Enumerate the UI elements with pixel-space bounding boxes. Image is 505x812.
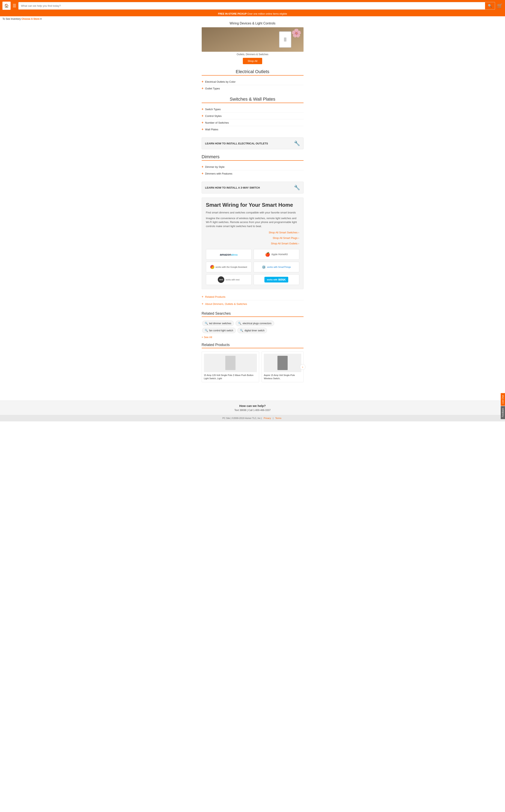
- main-content: Wiring Devices & Light Controls 🌸 Outlet…: [198, 22, 308, 395]
- wink-logo[interactable]: works with WINK: [254, 274, 299, 285]
- product-name: 15 Amp 120-Volt Single Pole Z-Wave Push …: [204, 374, 257, 380]
- products-row: 15 Amp 120-Volt Single Pole Z-Wave Push …: [202, 352, 304, 382]
- bottom-links: + Related Products + About Dimmers, Outl…: [202, 293, 304, 307]
- search-tag-fan[interactable]: 🔍 fan control light switch: [202, 328, 236, 333]
- list-item[interactable]: + Dimmer by Style: [202, 164, 304, 170]
- list-item[interactable]: + Wall Plates: [202, 126, 304, 133]
- shop-all-button[interactable]: Shop All: [243, 58, 263, 64]
- search-tag-timer[interactable]: 🔍 digital timer switch: [237, 328, 267, 333]
- install-switch-text: LEARN HOW TO INSTALL A 3-WAY SWITCH: [205, 186, 292, 189]
- shop-smart-plugs-link[interactable]: Shop All Smart Plugs ›: [206, 235, 299, 241]
- product-card[interactable]: Aspire 15 Amp Volt Single-Pole Wireless …: [262, 352, 303, 382]
- flower-decor: 🌸: [291, 28, 302, 38]
- search-button[interactable]: 🔍: [485, 2, 495, 9]
- about-dimmers-link[interactable]: + About Dimmers, Outlets & Switches: [202, 300, 304, 307]
- switch-img: [279, 31, 291, 48]
- search-input[interactable]: [19, 2, 485, 9]
- search-icon: 🔍: [238, 322, 241, 325]
- plus-icon: +: [202, 86, 203, 90]
- list-item[interactable]: + Dimmers with Features: [202, 170, 304, 177]
- list-item[interactable]: + Number of Switches: [202, 119, 304, 126]
- wrench-icon: 🔧: [294, 185, 300, 190]
- plus-icon: +: [202, 128, 203, 131]
- smart-wiring-title: Smart Wiring for Your Smart Home: [206, 202, 299, 208]
- plus-icon: +: [202, 172, 203, 175]
- menu-icon[interactable]: ☰: [13, 3, 16, 8]
- category-image: 🌸: [202, 27, 304, 52]
- list-item[interactable]: + Electrical Outlets by Color: [202, 78, 304, 85]
- choose-store-link[interactable]: Choose A Store: [21, 17, 39, 20]
- search-icon: 🔍: [240, 329, 243, 332]
- search-tag-led[interactable]: 🔍 led dimmer switches: [202, 321, 234, 326]
- install-outlets-text: LEARN HOW TO INSTALL ELECTRICAL OUTLETS: [205, 142, 292, 145]
- home-depot-logo[interactable]: 🏠: [2, 2, 11, 10]
- related-products-link[interactable]: + Related Products: [202, 293, 304, 300]
- privacy-link[interactable]: Privacy: [264, 417, 271, 419]
- related-products-title: Related Products: [202, 343, 304, 348]
- nest-logo[interactable]: nest works with nest: [206, 274, 251, 285]
- image-caption: Outlets, Dimmers & Switches: [202, 53, 304, 56]
- plus-icon: +: [202, 165, 203, 169]
- products-carousel: 15 Amp 120-Volt Single Pole Z-Wave Push …: [202, 352, 304, 382]
- electrical-outlets-section: Electrical Outlets + Electrical Outlets …: [202, 69, 304, 91]
- apple-homekit-logo[interactable]: 🍎 Apple HomeKit: [254, 249, 299, 260]
- product-card[interactable]: 15 Amp 120-Volt Single Pole Z-Wave Push …: [202, 352, 259, 382]
- related-searches-title: Related Searches: [202, 312, 304, 317]
- plus-icon: +: [202, 80, 203, 83]
- dimmers-list: + Dimmer by Style + Dimmers with Feature…: [202, 164, 304, 177]
- dimmers-section: Dimmers + Dimmer by Style + Dimmers with…: [202, 154, 304, 177]
- feedback-button[interactable]: Feedback: [501, 406, 505, 419]
- electrical-outlets-title: Electrical Outlets: [202, 69, 304, 75]
- plus-icon: +: [202, 302, 203, 306]
- shop-smart-outlets-link[interactable]: Shop All Smart Outlets ›: [206, 241, 299, 246]
- related-products-section: Related Products 15 Amp 120-Volt Single …: [202, 343, 304, 382]
- plus-icon: +: [202, 295, 203, 298]
- smartthings-logo[interactable]: ⚙️ works with SmartThings: [254, 262, 299, 272]
- brand-grid: amazonalexa 🍎 Apple HomeKit works with t…: [206, 249, 299, 285]
- footer-text: PC Site | ©2000-2019 Homer TLC, Inc |: [222, 417, 263, 419]
- list-item[interactable]: + Control Styles: [202, 113, 304, 119]
- header: 🏠 ☰ 🔍 🛒 FREE IN-STORE PICKUP Over one mi…: [0, 0, 505, 22]
- category-title: Wiring Devices & Light Controls: [202, 22, 304, 25]
- see-all-link[interactable]: + See All: [202, 336, 212, 339]
- store-selector: To See Inventory Choose A Store ▾: [0, 16, 505, 22]
- smart-wiring-desc1: Find smart dimmers and switches compatib…: [206, 211, 299, 215]
- product-image: [264, 354, 301, 372]
- amazon-alexa-logo[interactable]: amazonalexa: [206, 249, 251, 260]
- plus-icon: +: [202, 114, 203, 118]
- wrench-icon: 🔧: [294, 141, 300, 146]
- carousel-next-arrow[interactable]: ›: [300, 364, 306, 370]
- search-tags: 🔍 led dimmer switches 🔍 electrical plugs…: [202, 320, 304, 334]
- promo-banner: FREE IN-STORE PICKUP Over one million on…: [0, 11, 505, 16]
- cart-icon[interactable]: 🛒: [497, 3, 503, 8]
- shop-smart-switches-link[interactable]: Shop All Smart Switches ›: [206, 230, 299, 235]
- search-icon: 🔍: [205, 329, 208, 332]
- plus-icon: +: [202, 107, 203, 111]
- smart-wiring-desc2: Imagine the convenience of wireless ligh…: [206, 216, 299, 228]
- terms-link[interactable]: Terms: [275, 417, 281, 419]
- related-searches-section: Related Searches 🔍 led dimmer switches 🔍…: [202, 312, 304, 339]
- plus-icon: +: [202, 121, 203, 125]
- electrical-outlets-list: + Electrical Outlets by Color + Outlet T…: [202, 78, 304, 91]
- category-header: Wiring Devices & Light Controls 🌸 Outlet…: [202, 22, 304, 64]
- search-icon: 🔍: [205, 322, 208, 325]
- feedback-tab: Live Chat Feedback: [501, 393, 505, 419]
- search-bar: 🔍: [18, 2, 495, 10]
- product-image: [204, 354, 257, 372]
- help-footer: How can we help? Text 38698 | Call 1-800…: [0, 401, 505, 415]
- install-switch-banner[interactable]: LEARN HOW TO INSTALL A 3-WAY SWITCH 🔧: [202, 182, 304, 193]
- site-footer: PC Site | ©2000-2019 Homer TLC, Inc | Pr…: [0, 415, 505, 421]
- smart-wiring-section: Smart Wiring for Your Smart Home Find sm…: [202, 198, 304, 289]
- help-title: How can we help?: [3, 404, 502, 408]
- dimmers-title: Dimmers: [202, 154, 304, 161]
- list-item[interactable]: + Outlet Types: [202, 85, 304, 91]
- search-tag-plugs[interactable]: 🔍 electrical plugs connectors: [235, 321, 274, 326]
- product-name: Aspire 15 Amp Volt Single-Pole Wireless …: [264, 374, 301, 380]
- install-outlets-banner[interactable]: LEARN HOW TO INSTALL ELECTRICAL OUTLETS …: [202, 138, 304, 149]
- switches-section: Switches & Wall Plates + Switch Types + …: [202, 96, 304, 133]
- nest-circle: nest: [218, 276, 224, 283]
- switches-list: + Switch Types + Control Styles + Number…: [202, 106, 304, 133]
- list-item[interactable]: + Switch Types: [202, 106, 304, 113]
- livechat-button[interactable]: Live Chat: [501, 393, 505, 405]
- google-assistant-logo[interactable]: works with the Google Assistant: [206, 262, 251, 272]
